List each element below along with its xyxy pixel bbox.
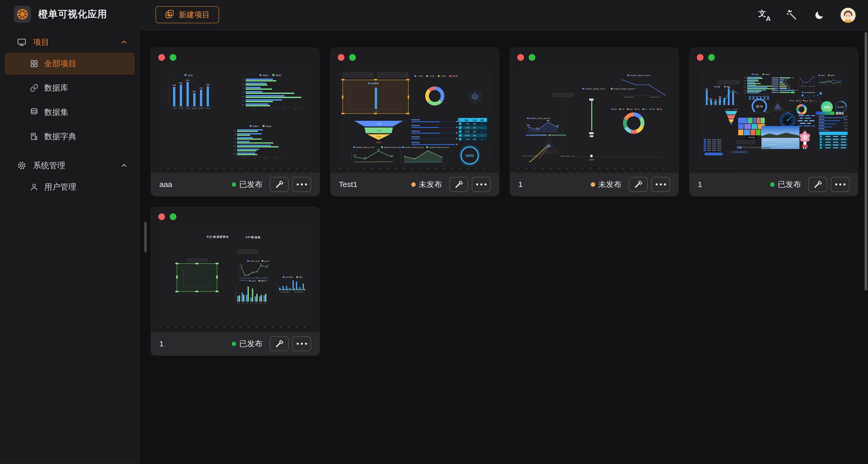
svg-text:Tue: Tue [242, 100, 245, 101]
app-title: 橙单可视化应用 [38, 8, 107, 21]
language-icon[interactable]: 文A [758, 9, 770, 21]
svg-text:student_attend_count: student_attend_count [630, 74, 650, 76]
sidebar-item-label: 全部项目 [44, 58, 76, 69]
project-card-grid: price 3495 3866 4343 2348 2964 3566 一年级 … [151, 48, 858, 355]
project-name: 1 [159, 339, 228, 348]
svg-text:3866: 3866 [179, 82, 183, 84]
svg-text:三年级: 三年级 [185, 107, 190, 109]
svg-text:班级: 班级 [465, 119, 468, 121]
user-avatar[interactable] [841, 8, 856, 23]
database-icon [30, 108, 38, 117]
sidebar: 橙单可视化应用 项目 全部项目 数据库 [0, 0, 140, 464]
app-logo-row: 橙单可视化应用 [0, 0, 140, 28]
sidebar-group-system[interactable]: 系统管理 [0, 157, 140, 174]
status-label: 未发布 [598, 179, 621, 190]
project-name: 1 [518, 180, 587, 189]
svg-text:798: 798 [791, 77, 794, 79]
svg-text:二年级: 二年级 [742, 147, 746, 148]
sidebar-item-all-projects[interactable]: 全部项目 [5, 53, 135, 75]
project-thumbnail[interactable]: student_attend_count student_attend_coun… [519, 70, 671, 166]
svg-text:3495: 3495 [172, 84, 176, 86]
more-actions-button[interactable] [292, 336, 311, 351]
svg-text:data2: data2 [765, 73, 770, 75]
svg-text:300: 300 [784, 81, 786, 83]
sidebar-group-projects[interactable]: 项目 [0, 34, 140, 51]
svg-text:student_flower_amount: student_flower_amount [522, 155, 538, 157]
edit-project-button[interactable] [270, 177, 289, 192]
sidebar-item-database[interactable]: 数据库 [5, 77, 135, 99]
edit-project-button[interactable] [629, 177, 648, 192]
sidebar-item-user-management[interactable]: 用户管理 [5, 176, 135, 198]
svg-text:Sun: Sun [233, 130, 236, 131]
monitor-icon [17, 37, 26, 47]
edit-project-button[interactable] [449, 177, 468, 192]
orange-logo-icon [14, 6, 31, 23]
svg-text:999: 999 [267, 265, 269, 267]
svg-text:Sat: Sat [242, 83, 245, 85]
chevron-up-icon [120, 38, 128, 46]
project-thumbnail[interactable]: 价格 课时 data1 data2 [698, 70, 850, 166]
svg-text:Sun: Sun [242, 79, 245, 81]
svg-text:Mon: Mon [614, 109, 617, 110]
dashed-separator [160, 168, 311, 168]
mini-triangle-radar: defect block [766, 99, 789, 113]
sidebar-group-label: 系统管理 [33, 160, 114, 171]
svg-text:六年级: 六年级 [762, 146, 766, 148]
sidebar-item-dataset[interactable]: 数据集 [5, 101, 135, 123]
mini-gradient-bar: 看得见 [816, 112, 844, 115]
svg-text:data2: data2 [275, 74, 281, 76]
mini-line-chart-top-right: student_attend_count [621, 74, 666, 97]
moon-icon[interactable] [814, 10, 825, 21]
svg-text:student_attend_count: student_attend_count [585, 88, 605, 90]
chevron-up-icon [120, 162, 128, 169]
project-thumbnail[interactable]: price 3495 3866 4343 2348 2964 3566 一年级 … [160, 70, 311, 166]
svg-text:二年级: 二年级 [178, 107, 183, 109]
edit-project-button[interactable] [270, 336, 289, 351]
svg-text:Thu: Thu [234, 142, 236, 143]
green-dot-icon [349, 54, 356, 61]
more-actions-button[interactable] [472, 177, 491, 192]
content-scrollbar-handle[interactable] [144, 222, 147, 252]
red-dot-icon [158, 213, 165, 220]
mini-gauge-ring: 102% [460, 146, 479, 165]
green-dot-icon [170, 213, 176, 220]
mini-funnel-chart: 一年级 二年级 三年级 四年级 [354, 121, 403, 143]
sidebar-item-label: 数据字典 [44, 131, 76, 142]
page-scrollbar-handle[interactable] [865, 32, 867, 291]
ellipsis-icon [297, 183, 307, 185]
project-thumbnail[interactable]: 散花数量 一年级 一年级 二年级 三年级 四年级 [339, 70, 491, 166]
svg-text:136: 136 [391, 155, 394, 156]
svg-text:一年级: 一年级 [172, 107, 177, 109]
more-actions-button[interactable] [292, 177, 311, 192]
edit-project-button[interactable] [808, 177, 827, 192]
legend-price: price [188, 74, 193, 76]
magic-wand-icon[interactable] [786, 9, 798, 21]
sidebar-item-dictionary[interactable]: 数据字典 [5, 125, 135, 148]
svg-text:四年级: 四年级 [752, 147, 756, 149]
selected-empty-widget [175, 259, 219, 292]
more-actions-button[interactable] [831, 177, 850, 192]
new-project-label: 新建项目 [179, 9, 210, 20]
svg-text:合计价格: 合计价格 [285, 276, 293, 278]
mini-radar-chart [469, 90, 481, 104]
api-dataset-title: API数据集 [246, 236, 261, 239]
status-dot-published [232, 182, 236, 187]
mini-scatter-center: student_attend_count student_flower_amou… [552, 88, 663, 160]
selected-widget-bar-chart: 散花数量 一年级 [341, 79, 409, 114]
red-dot-icon [517, 54, 524, 61]
status-dot-published [232, 342, 236, 346]
mini-line-top-right-1 [800, 76, 816, 87]
mini-treemap: treemap [738, 118, 765, 138]
dashed-separator [160, 327, 311, 328]
mini-table-small-left [704, 139, 723, 155]
svg-text:五年级: 五年级 [198, 107, 204, 109]
status-badge: 已发布 [232, 339, 262, 349]
project-thumbnail[interactable]: SQL数据源测试 API数据集 class_hour price [160, 229, 311, 326]
red-dot-icon [338, 54, 344, 61]
ellipsis-icon [656, 183, 666, 185]
svg-text:student_attend_count: student_attend_count [356, 146, 375, 149]
more-actions-button[interactable] [651, 177, 670, 192]
new-project-button[interactable]: 新建项目 [155, 6, 219, 23]
mini-donut-small: Mon Tue Wed Th [789, 100, 814, 115]
svg-text:二年级: 二年级 [465, 127, 469, 128]
